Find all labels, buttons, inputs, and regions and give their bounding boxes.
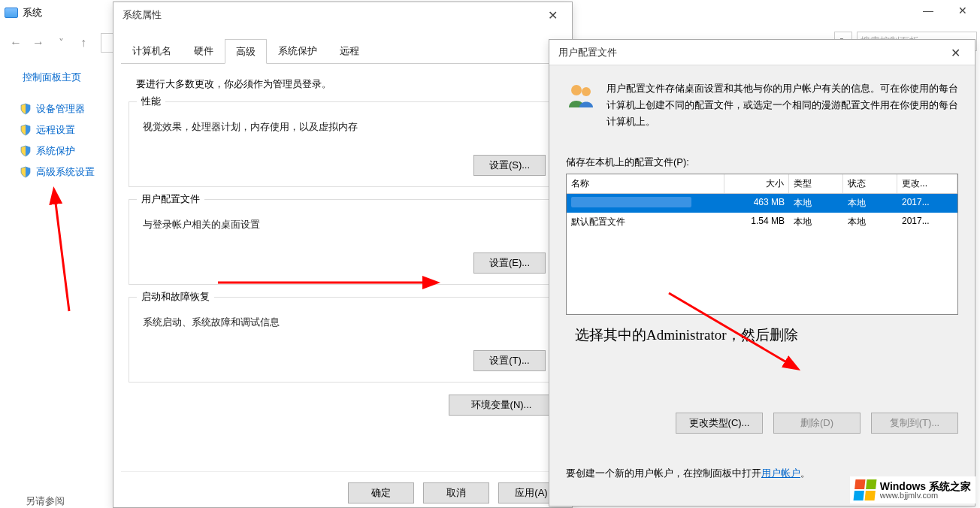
tab-system-protection[interactable]: 系统保护	[267, 38, 328, 63]
sidebar-item-label: 高级系统设置	[36, 165, 95, 179]
user-profiles-group: 用户配置文件 与登录帐户相关的桌面设置 设置(E)...	[129, 199, 557, 285]
shield-icon	[20, 166, 32, 178]
minimize-button[interactable]: —	[911, 0, 945, 21]
tab-hardware[interactable]: 硬件	[183, 38, 225, 63]
annotation-text: 选择其中的Administrator，然后删除	[575, 325, 958, 345]
svg-point-3	[582, 87, 591, 96]
cell-status: 本地	[843, 194, 897, 213]
close-button[interactable]: ✕	[940, 43, 970, 62]
blurred-name	[571, 197, 691, 207]
users-icon	[566, 80, 596, 110]
table-header: 名称 大小 类型 状态 更改...	[567, 174, 957, 194]
watermark-line2: www.bjjmlv.com	[880, 491, 971, 500]
profiles-table[interactable]: 名称 大小 类型 状态 更改... 463 MB 本地 本地 2017... 默…	[566, 174, 958, 315]
cell-modified: 2017...	[897, 213, 957, 231]
up-button[interactable]: ↑	[74, 33, 93, 53]
sidebar-item-advanced-system-settings[interactable]: 高级系统设置	[20, 165, 105, 179]
group-desc: 与登录帐户相关的桌面设置	[143, 218, 546, 231]
sidebar-item-device-manager[interactable]: 设备管理器	[20, 102, 105, 116]
column-size[interactable]: 大小	[724, 174, 789, 193]
cell-size: 463 MB	[724, 194, 789, 213]
close-button[interactable]: ✕	[945, 0, 980, 21]
shield-icon	[20, 103, 32, 115]
sidebar: 控制面板主页 设备管理器 远程设置 系统保护 高级系统设置	[0, 65, 113, 186]
shield-icon	[20, 124, 32, 136]
group-title: 性能	[137, 95, 165, 108]
copy-to-button[interactable]: 复制到(T)...	[871, 413, 958, 434]
sidebar-item-remote-settings[interactable]: 远程设置	[20, 123, 105, 137]
watermark: Windows 系统之家 www.bjjmlv.com	[850, 476, 975, 503]
column-type[interactable]: 类型	[789, 174, 843, 193]
ok-button[interactable]: 确定	[348, 482, 414, 503]
cell-type: 本地	[789, 194, 843, 213]
group-title: 启动和故障恢复	[137, 290, 214, 304]
column-modified[interactable]: 更改...	[897, 174, 957, 193]
tab-computer-name[interactable]: 计算机名	[121, 38, 183, 63]
startup-recovery-group: 启动和故障恢复 系统启动、系统故障和调试信息 设置(T)...	[129, 297, 557, 383]
cancel-button[interactable]: 取消	[423, 482, 489, 503]
see-also-heading: 另请参阅	[26, 494, 65, 508]
cell-status: 本地	[843, 213, 897, 231]
table-row[interactable]: 默认配置文件 1.54 MB 本地 本地 2017...	[567, 213, 957, 231]
cell-name: 默认配置文件	[567, 213, 724, 231]
shield-icon	[20, 145, 32, 157]
up-button[interactable]: ˅	[51, 33, 71, 53]
performance-settings-button[interactable]: 设置(S)...	[473, 155, 546, 176]
explorer-title: 系统	[23, 6, 42, 20]
control-panel-home-link[interactable]: 控制面板主页	[23, 71, 105, 84]
user-profiles-dialog: 用户配置文件 ✕ 用户配置文件存储桌面设置和其他与你的用户帐户有关的信息。可在你…	[549, 39, 975, 506]
system-icon	[5, 8, 18, 18]
environment-variables-button[interactable]: 环境变量(N)...	[449, 395, 554, 416]
table-row[interactable]: 463 MB 本地 本地 2017...	[567, 194, 957, 213]
sidebar-item-system-protection[interactable]: 系统保护	[20, 144, 105, 158]
delete-button[interactable]: 删除(D)	[773, 413, 861, 434]
change-type-button[interactable]: 更改类型(C)...	[676, 413, 763, 434]
window-controls: — ✕	[911, 0, 980, 21]
watermark-line1: Windows 系统之家	[880, 481, 971, 491]
startup-settings-button[interactable]: 设置(T)...	[473, 350, 546, 371]
group-desc: 系统启动、系统故障和调试信息	[143, 316, 546, 329]
windows-logo-icon	[853, 479, 876, 500]
sidebar-item-label: 系统保护	[36, 144, 75, 158]
cell-size: 1.54 MB	[724, 213, 789, 231]
tab-remote[interactable]: 远程	[328, 38, 371, 63]
dialog-title: 用户配置文件	[549, 40, 975, 65]
svg-point-2	[571, 85, 582, 95]
forward-button[interactable]: →	[29, 33, 48, 53]
sidebar-item-label: 设备管理器	[36, 102, 85, 116]
back-button[interactable]: ←	[6, 33, 26, 53]
cell-modified: 2017...	[897, 194, 957, 213]
user-profiles-description: 用户配置文件存储桌面设置和其他与你的用户帐户有关的信息。可在你使用的每台计算机上…	[606, 80, 958, 130]
svg-line-0	[54, 191, 69, 311]
user-profiles-settings-button[interactable]: 设置(E)...	[473, 252, 546, 274]
annotation-arrow-icon	[48, 183, 78, 319]
system-properties-dialog: 系统属性 ✕ 计算机名 硬件 高级 系统保护 远程 要进行大多数更改，你必须作为…	[113, 2, 573, 508]
profiles-stored-label: 储存在本机上的配置文件(P):	[566, 156, 958, 169]
cell-type: 本地	[789, 213, 843, 231]
sidebar-item-label: 远程设置	[36, 123, 75, 137]
performance-group: 性能 视觉效果，处理器计划，内存使用，以及虚拟内存 设置(S)...	[129, 101, 557, 187]
close-button[interactable]: ✕	[537, 5, 567, 25]
tab-advanced[interactable]: 高级	[225, 39, 267, 64]
tabs: 计算机名 硬件 高级 系统保护 远程	[121, 38, 564, 64]
dialog-title: 系统属性	[113, 2, 572, 28]
column-status[interactable]: 状态	[843, 174, 897, 193]
admin-note: 要进行大多数更改，你必须作为管理员登录。	[136, 77, 557, 91]
user-accounts-link[interactable]: 用户帐户	[761, 467, 800, 479]
column-name[interactable]: 名称	[567, 174, 724, 193]
group-desc: 视觉效果，处理器计划，内存使用，以及虚拟内存	[143, 120, 546, 134]
group-title: 用户配置文件	[137, 192, 204, 206]
